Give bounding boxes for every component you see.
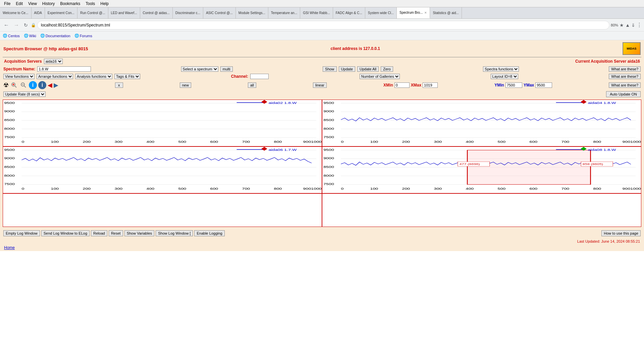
- show-variables-button[interactable]: Show Variables: [124, 230, 155, 236]
- arrow-left-icon[interactable]: ◀: [48, 81, 52, 89]
- chart-6[interactable]: [322, 193, 641, 227]
- zero-button[interactable]: Zero: [381, 66, 393, 72]
- tab-fadc[interactable]: FADC Align & C...: [333, 7, 365, 18]
- tab-control[interactable]: Control @ aidas...: [140, 7, 173, 18]
- enable-logging-button[interactable]: Enable Logging: [194, 230, 224, 236]
- empty-log-button[interactable]: Empty Log Window: [3, 230, 40, 236]
- multi-button[interactable]: multi: [220, 66, 233, 72]
- layout-id-select[interactable]: Layout ID=8: [491, 74, 518, 79]
- tab-run-control[interactable]: Run Control @...: [77, 7, 108, 18]
- magnify-icon[interactable]: [10, 81, 18, 89]
- analysis-functions-select[interactable]: Analysis functions: [75, 74, 112, 79]
- bookmark-star-icon[interactable]: ★: [620, 22, 624, 28]
- svg-text:0: 0: [341, 187, 343, 190]
- tab-bar: Welcome to Ce... AIDA Experiment Con... …: [0, 7, 644, 19]
- number-galleries-select[interactable]: Number of Galleries: [360, 74, 400, 79]
- bookmark-centos[interactable]: 🌐 Centos: [3, 34, 20, 38]
- zoom-level: 80%: [611, 23, 618, 27]
- extensions-icon[interactable]: ▲: [625, 22, 630, 28]
- menu-file[interactable]: File: [1, 1, 13, 7]
- tab-close-spectrum[interactable]: ✕: [424, 11, 427, 14]
- menu-dots-icon[interactable]: ⋮: [637, 22, 642, 28]
- download-icon[interactable]: ⇓: [631, 22, 635, 28]
- info-dark-icon[interactable]: i: [38, 81, 46, 89]
- chart-3[interactable]: 9500 9000 8500 8000 7500 0 100 200 300 4…: [3, 146, 322, 193]
- nav-back[interactable]: ←: [2, 21, 11, 29]
- menu-view[interactable]: View: [25, 1, 40, 7]
- what-are-these-3[interactable]: What are these?: [609, 82, 641, 88]
- spectrum-name-input[interactable]: [37, 66, 91, 72]
- menu-edit[interactable]: Edit: [13, 1, 25, 7]
- nav-reload[interactable]: ↻: [22, 21, 30, 29]
- chart-1[interactable]: 9500 9000 8500 8000 7500 0 100 200 300 4…: [3, 100, 322, 146]
- tab-spectrum[interactable]: Spectrum Bro... ✕: [397, 7, 430, 18]
- home-link[interactable]: Home: [4, 245, 15, 250]
- tab-statistics[interactable]: Statistics @ aid...: [430, 7, 462, 18]
- tab-welcome[interactable]: Welcome to Ce...: [0, 7, 32, 18]
- tab-led[interactable]: LED and Wavef...: [108, 7, 140, 18]
- magnify-minus-icon[interactable]: [19, 81, 28, 89]
- chart-2[interactable]: 9500 9000 8500 8000 7500 0 100 200 300 4…: [322, 100, 641, 146]
- show-log-window-button[interactable]: Show Log Window [: [156, 230, 193, 236]
- tab-asic[interactable]: ASIC Control @...: [203, 7, 236, 18]
- tab-aida[interactable]: AIDA: [32, 7, 45, 18]
- svg-text:400: 400: [147, 187, 155, 190]
- show-button[interactable]: Show: [323, 66, 337, 72]
- linear-button[interactable]: linear: [313, 82, 327, 88]
- what-are-these-1[interactable]: What are these?: [609, 66, 641, 72]
- all-button[interactable]: all: [248, 82, 256, 88]
- svg-text:858 (8605): 858 (8605): [583, 163, 603, 166]
- svg-text:300: 300: [434, 187, 442, 190]
- reset-button[interactable]: Reset: [109, 230, 123, 236]
- svg-text:100: 100: [370, 140, 378, 143]
- auto-update-button[interactable]: Auto Update ON: [606, 91, 641, 97]
- bookmark-docs[interactable]: 🌐 Documentation: [40, 34, 70, 38]
- svg-text:200: 200: [83, 140, 91, 143]
- svg-text:200: 200: [83, 187, 91, 190]
- view-functions-select[interactable]: View functions: [3, 74, 35, 79]
- midas-logo: MIDAS: [623, 42, 641, 55]
- arrow-right-icon[interactable]: ▶: [54, 81, 58, 89]
- client-address: client address is 127.0.0.1: [331, 46, 380, 51]
- x-button[interactable]: x: [115, 82, 123, 88]
- menu-bookmarks[interactable]: Bookmarks: [57, 1, 83, 7]
- how-to-button[interactable]: How to use this page: [601, 230, 641, 236]
- info-blue-icon[interactable]: i: [29, 81, 37, 89]
- xmax-input[interactable]: [423, 82, 438, 88]
- channel-input[interactable]: [250, 74, 269, 79]
- update-all-button[interactable]: Update All: [357, 66, 379, 72]
- chart-4[interactable]: 9500 9000 8500 8000 7500 0 100 200 300 4…: [322, 146, 641, 193]
- svg-text:700: 700: [242, 140, 250, 143]
- reload-button[interactable]: Reload: [91, 230, 107, 236]
- menu-tools[interactable]: Tools: [83, 1, 98, 7]
- update-button[interactable]: Update: [339, 66, 355, 72]
- bookmark-forums[interactable]: 🌐 Forums: [74, 34, 92, 38]
- menu-help[interactable]: Help: [98, 1, 111, 7]
- bookmark-wiki[interactable]: 🌐 Wiki: [24, 34, 36, 38]
- what-are-these-2[interactable]: What are these?: [609, 74, 641, 79]
- chart-5[interactable]: [3, 193, 322, 227]
- xmin-input[interactable]: [394, 82, 410, 88]
- nav-forward[interactable]: →: [12, 21, 21, 29]
- tags-fits-select[interactable]: Tags & Fits: [114, 74, 140, 79]
- tab-temperature[interactable]: Temperature an...: [268, 7, 300, 18]
- tab-discriminator[interactable]: Discriminator c...: [173, 7, 203, 18]
- tab-gsi[interactable]: GSI White Rabb...: [300, 7, 333, 18]
- arrange-functions-select[interactable]: Arrange functions: [37, 74, 73, 79]
- svg-line-5: [24, 86, 26, 87]
- tab-experiment[interactable]: Experiment Con...: [45, 7, 77, 18]
- address-bar[interactable]: [37, 21, 609, 29]
- radioactive-icon[interactable]: ☢: [3, 81, 9, 89]
- select-spectrum[interactable]: Select a spectrum: [181, 66, 218, 72]
- tab-system[interactable]: System wide Cl...: [365, 7, 397, 18]
- svg-text:600: 600: [530, 187, 538, 190]
- send-log-button[interactable]: Send Log Window to ELog: [41, 230, 90, 236]
- tab-module[interactable]: Module Settings...: [236, 7, 268, 18]
- menu-history[interactable]: History: [40, 1, 57, 7]
- ymax-input[interactable]: [535, 82, 552, 88]
- update-rate-select[interactable]: Update Rate (8 secs): [3, 92, 46, 97]
- acq-server-select[interactable]: aida16: [44, 59, 63, 64]
- new-button[interactable]: new: [180, 82, 191, 88]
- ymin-input[interactable]: [505, 82, 522, 88]
- spectra-functions-select[interactable]: Spectra functions: [483, 66, 519, 72]
